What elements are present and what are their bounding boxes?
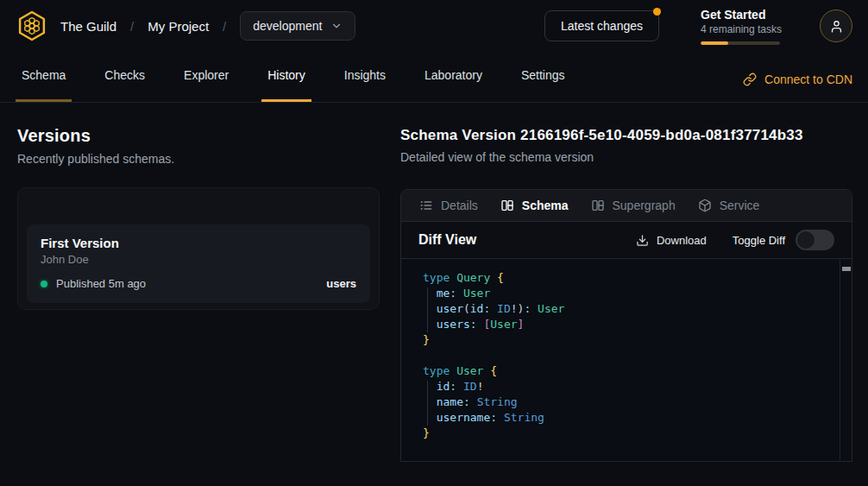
main-nav: SchemaChecksExplorerHistoryInsightsLabor… bbox=[0, 52, 868, 103]
code-line: } bbox=[423, 332, 834, 348]
download-button[interactable]: Download bbox=[636, 234, 707, 247]
schema-code: type Query { me: User user(id: ID!): Use… bbox=[401, 259, 852, 461]
columns-icon bbox=[591, 199, 605, 212]
cube-icon bbox=[698, 199, 712, 212]
tab-settings[interactable]: Settings bbox=[515, 66, 571, 102]
progress-fill bbox=[701, 41, 728, 45]
toggle-diff-wrap: Toggle Diff bbox=[733, 230, 834, 250]
code-line: type Query { bbox=[423, 270, 834, 286]
connect-to-cdn-link[interactable]: Connect to CDN bbox=[743, 73, 852, 102]
code-line: user(id: ID!): User bbox=[423, 301, 834, 317]
code-line: type User { bbox=[423, 363, 834, 379]
version-author: John Doe bbox=[41, 253, 356, 266]
project-link[interactable]: My Project bbox=[148, 19, 209, 34]
tab-schema[interactable]: Schema bbox=[16, 66, 72, 102]
download-icon bbox=[636, 234, 649, 247]
detail-column: Schema Version 2166196f-5e10-4059-bd0a-0… bbox=[400, 103, 852, 462]
user-avatar[interactable] bbox=[820, 9, 852, 42]
org-link[interactable]: The Guild bbox=[60, 19, 116, 34]
link-icon bbox=[743, 73, 757, 86]
published-dot-icon bbox=[41, 281, 47, 287]
detail-tab-label: Service bbox=[720, 199, 760, 212]
code-line: users: [User] bbox=[423, 317, 834, 332]
schema-code-viewer: type Query { me: User user(id: ID!): Use… bbox=[401, 259, 852, 461]
get-started-widget[interactable]: Get Started 4 remaining tasks bbox=[701, 8, 783, 45]
user-icon bbox=[829, 19, 844, 34]
header-right: Latest changes Get Started 4 remaining t… bbox=[544, 8, 852, 45]
detail-tab-details[interactable]: Details bbox=[408, 190, 489, 221]
hive-logo-icon[interactable] bbox=[16, 9, 48, 42]
nav-tabs: SchemaChecksExplorerHistoryInsightsLabor… bbox=[16, 52, 571, 102]
get-started-progress bbox=[701, 41, 780, 45]
detail-tab-supergraph[interactable]: Supergraph bbox=[580, 190, 687, 221]
detail-tab-label: Details bbox=[441, 199, 478, 212]
service-badge: users bbox=[326, 277, 356, 290]
toggle-knob bbox=[797, 231, 815, 249]
version-status-row: Published 5m agousers bbox=[41, 277, 356, 290]
latest-changes-label: Latest changes bbox=[561, 19, 643, 33]
toggle-diff-switch[interactable] bbox=[796, 230, 834, 250]
diff-controls: Download Toggle Diff bbox=[636, 230, 834, 250]
code-line: id: ID! bbox=[423, 379, 834, 394]
version-name: First Version bbox=[41, 236, 356, 250]
notification-dot bbox=[653, 8, 661, 16]
version-list-item[interactable]: First VersionJohn DoePublished 5m agouse… bbox=[27, 224, 370, 303]
get-started-title: Get Started bbox=[701, 8, 783, 22]
toggle-diff-label: Toggle Diff bbox=[733, 234, 785, 247]
version-status: Published 5m ago bbox=[56, 277, 146, 290]
latest-changes-button[interactable]: Latest changes bbox=[544, 10, 659, 41]
tab-explorer[interactable]: Explorer bbox=[178, 66, 235, 102]
schema-version-panel: DetailsSchemaSupergraphService Diff View… bbox=[400, 189, 852, 462]
target-selector-value: development bbox=[253, 19, 322, 33]
download-label: Download bbox=[657, 234, 707, 247]
breadcrumb-separator: / bbox=[223, 19, 226, 34]
versions-title: Versions bbox=[17, 126, 380, 146]
detail-tab-service[interactable]: Service bbox=[687, 190, 771, 221]
schema-version-title: Schema Version 2166196f-5e10-4059-bd0a-0… bbox=[400, 127, 852, 144]
code-line: name: String bbox=[423, 394, 834, 410]
scrollbar-thumb[interactable] bbox=[842, 267, 851, 271]
breadcrumb-separator: / bbox=[130, 19, 134, 34]
detail-tab-label: Supergraph bbox=[613, 199, 676, 212]
versions-column: Versions Recently published schemas. Fir… bbox=[17, 103, 380, 462]
versions-list-card: First VersionJohn DoePublished 5m agouse… bbox=[17, 187, 380, 310]
tab-insights[interactable]: Insights bbox=[338, 66, 392, 102]
diff-view-title: Diff View bbox=[418, 232, 476, 248]
top-header: The Guild / My Project / development Lat… bbox=[0, 0, 868, 52]
versions-subtitle: Recently published schemas. bbox=[17, 152, 380, 166]
code-line: username: String bbox=[423, 410, 834, 426]
tab-checks[interactable]: Checks bbox=[98, 66, 151, 102]
main-content: Versions Recently published schemas. Fir… bbox=[0, 103, 868, 462]
breadcrumb: The Guild / My Project / development bbox=[60, 11, 355, 41]
diff-toolbar: Diff View Download Toggle Diff bbox=[401, 222, 852, 259]
columns-icon bbox=[500, 199, 514, 212]
tab-laboratory[interactable]: Laboratory bbox=[418, 66, 488, 102]
tab-history[interactable]: History bbox=[261, 66, 311, 102]
list-icon bbox=[419, 199, 433, 212]
code-line bbox=[423, 348, 834, 363]
indent-guide bbox=[427, 381, 428, 426]
detail-tab-label: Schema bbox=[522, 199, 569, 212]
detail-tab-schema[interactable]: Schema bbox=[489, 190, 580, 221]
version-items: First VersionJohn DoePublished 5m agouse… bbox=[27, 224, 370, 303]
schema-version-subtitle: Detailed view of the schema version bbox=[400, 150, 852, 164]
detail-tabs: DetailsSchemaSupergraphService bbox=[401, 190, 852, 222]
code-line: } bbox=[423, 426, 834, 441]
get-started-subtitle: 4 remaining tasks bbox=[701, 23, 783, 35]
connect-to-cdn-label: Connect to CDN bbox=[764, 73, 852, 86]
indent-guide bbox=[427, 287, 428, 332]
scrollbar-track[interactable] bbox=[840, 259, 852, 461]
target-selector[interactable]: development bbox=[240, 11, 355, 41]
code-line: me: User bbox=[423, 286, 834, 301]
chevron-down-icon bbox=[330, 20, 343, 32]
